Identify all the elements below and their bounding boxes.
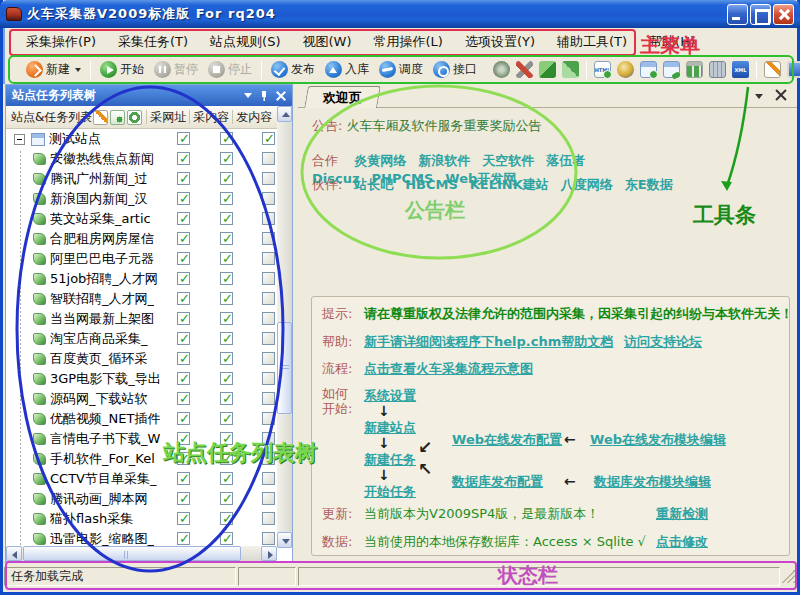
checkbox-collect-url[interactable]	[177, 132, 190, 145]
edit-rule-icon[interactable]	[93, 110, 108, 125]
checkbox-collect-url[interactable]	[177, 392, 190, 405]
window-keyboard-icon[interactable]	[709, 61, 726, 78]
menu-view[interactable]: 视图(W)	[291, 30, 362, 54]
checkbox-publish-content[interactable]	[262, 512, 275, 525]
expand-collapse-icon[interactable]	[14, 134, 25, 145]
checkbox-collect-url[interactable]	[177, 172, 190, 185]
recheck-update-link[interactable]: 重新检测	[656, 505, 708, 523]
pin-icon[interactable]	[259, 90, 269, 102]
checkbox-publish-content[interactable]	[262, 452, 275, 465]
tree-vertical-scrollbar[interactable]	[277, 106, 292, 548]
checkbox-publish-content[interactable]	[262, 152, 275, 165]
pause-button[interactable]: 暂停	[149, 59, 203, 80]
notice-text[interactable]: 火车车厢及软件服务重要奖励公告	[347, 118, 542, 133]
checkbox-collect-content[interactable]	[220, 412, 233, 425]
checkbox-collect-url[interactable]	[177, 452, 190, 465]
checkbox-collect-content[interactable]	[220, 472, 233, 485]
menu-options[interactable]: 选项设置(Y)	[454, 30, 546, 54]
checkbox-collect-content[interactable]	[220, 372, 233, 385]
column-collect-content[interactable]: 采内容	[193, 109, 229, 126]
partner-link[interactable]: KELINK建站	[470, 177, 549, 192]
new-button[interactable]: 新建	[21, 59, 86, 80]
add-task-icon[interactable]	[110, 110, 125, 125]
checkbox-publish-content[interactable]	[262, 312, 275, 325]
scroll-thumb[interactable]	[277, 322, 292, 414]
stop-button[interactable]: 停止	[203, 59, 257, 80]
start-button[interactable]: 开始	[95, 59, 149, 80]
checkbox-collect-content[interactable]	[220, 512, 233, 525]
html-new-icon[interactable]: HTML	[594, 61, 611, 78]
menu-aux-tools[interactable]: 辅助工具(T)	[546, 30, 638, 54]
tree-row[interactable]: 言情电子书下载_W	[6, 429, 277, 449]
checkbox-publish-content[interactable]	[262, 392, 275, 405]
checkbox-collect-content[interactable]	[220, 272, 233, 285]
help-doc-link[interactable]: 新手请详细阅读程序下help.chm帮助文档	[364, 333, 613, 351]
checkbox-collect-url[interactable]	[177, 532, 190, 545]
checkbox-publish-content[interactable]	[262, 232, 275, 245]
modify-db-link[interactable]: 点击修改	[656, 533, 708, 551]
checkbox-collect-content[interactable]	[220, 352, 233, 365]
checkbox-collect-content[interactable]	[220, 212, 233, 225]
settings-gear-icon[interactable]	[493, 61, 510, 78]
tree-row[interactable]: 腾讯动画_脚本网	[6, 489, 277, 509]
checkbox-publish-content[interactable]	[262, 192, 275, 205]
checkbox-collect-url[interactable]	[177, 412, 190, 425]
tree-row[interactable]: 合肥租房网房屋信	[6, 229, 277, 249]
checkbox-publish-content[interactable]	[262, 372, 275, 385]
tree-row[interactable]: 新浪国内新闻_汉	[6, 189, 277, 209]
xml-icon[interactable]: XML	[732, 61, 749, 78]
window-add-icon[interactable]	[640, 61, 657, 78]
checkbox-publish-content[interactable]	[262, 212, 275, 225]
checkbox-collect-url[interactable]	[177, 272, 190, 285]
maximize-button[interactable]	[750, 4, 771, 25]
checkbox-collect-content[interactable]	[220, 132, 233, 145]
checkbox-collect-content[interactable]	[220, 152, 233, 165]
checkbox-publish-content[interactable]	[262, 332, 275, 345]
checkbox-collect-content[interactable]	[220, 192, 233, 205]
step-start-task-link[interactable]: 开始任务	[364, 483, 416, 501]
checkbox-collect-content[interactable]	[220, 532, 233, 545]
checkbox-collect-url[interactable]	[177, 152, 190, 165]
column-collect-url[interactable]: 采网址	[150, 109, 186, 126]
checkbox-collect-content[interactable]	[220, 432, 233, 445]
db-publish-config-link[interactable]: 数据库发布配置	[452, 473, 543, 491]
checkbox-collect-content[interactable]	[220, 232, 233, 245]
checkbox-publish-content[interactable]	[262, 472, 275, 485]
step-system-settings-link[interactable]: 系统设置	[364, 387, 416, 405]
web-publish-config-link[interactable]: Web在线发布配置	[452, 431, 562, 449]
partner-link[interactable]: 炎黄网络	[354, 153, 406, 168]
checkbox-collect-content[interactable]	[220, 392, 233, 405]
db-publish-module-link[interactable]: 数据库发布模块编辑	[594, 473, 711, 491]
title-bar[interactable]: 火车采集器V2009标准版 For rq204	[0, 0, 800, 28]
checkbox-collect-url[interactable]	[177, 252, 190, 265]
checkbox-publish-content[interactable]	[262, 492, 275, 505]
tree-row[interactable]: 优酷视频_NET插件	[6, 409, 277, 429]
minimize-button[interactable]	[727, 4, 748, 25]
interface-button[interactable]: 接口	[428, 59, 482, 80]
tree-row[interactable]: 手机软件_For_Kel	[6, 449, 277, 469]
scroll-right-icon[interactable]	[261, 546, 277, 561]
checkbox-collect-url[interactable]	[177, 352, 190, 365]
column-publish-content[interactable]: 发内容	[236, 109, 272, 126]
checkbox-collect-content[interactable]	[220, 492, 233, 505]
partner-link[interactable]: 天空软件	[482, 153, 534, 168]
checkbox-publish-content[interactable]	[262, 532, 275, 545]
checkbox-collect-content[interactable]	[220, 252, 233, 265]
checkbox-collect-url[interactable]	[177, 192, 190, 205]
menu-collect-operation[interactable]: 采集操作(P)	[15, 30, 107, 54]
checkbox-collect-content[interactable]	[220, 292, 233, 305]
checkbox-collect-url[interactable]	[177, 232, 190, 245]
split-arrows-icon[interactable]	[562, 61, 579, 78]
checkbox-collect-url[interactable]	[177, 472, 190, 485]
checkbox-publish-content[interactable]	[262, 172, 275, 185]
tab-chevron-down-icon[interactable]	[755, 94, 763, 99]
partner-link[interactable]: 东E数据	[625, 177, 673, 192]
tree-row[interactable]: 阿里巴巴电子元器	[6, 249, 277, 269]
checkbox-publish-content[interactable]	[262, 412, 275, 425]
flow-diagram-link[interactable]: 点击查看火车采集流程示意图	[364, 360, 533, 378]
tree-row[interactable]: 3GP电影下载_导出	[6, 369, 277, 389]
checkbox-collect-content[interactable]	[220, 452, 233, 465]
tree-row[interactable]: CCTV节目单采集_	[6, 469, 277, 489]
partner-link[interactable]: HBCMS	[405, 177, 458, 192]
checkbox-collect-content[interactable]	[220, 312, 233, 325]
